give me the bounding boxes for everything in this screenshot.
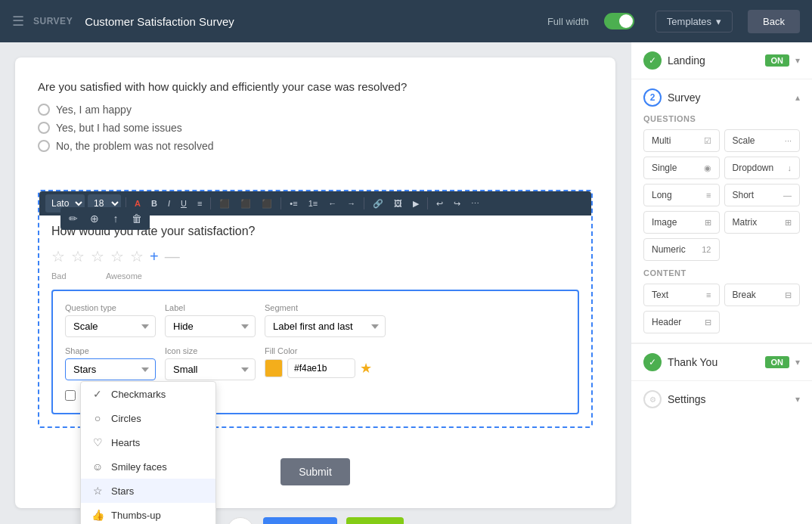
shape-thumbsup[interactable]: 👍 Thumbs-up bbox=[81, 503, 215, 524]
label-select[interactable]: Hide bbox=[165, 315, 256, 337]
bold-btn[interactable]: B bbox=[147, 197, 161, 209]
shape-label: Shape bbox=[65, 346, 156, 355]
questions-header: Questions bbox=[643, 114, 800, 123]
type-multi[interactable]: Multi ☑ bbox=[643, 129, 720, 152]
fullwidth-toggle[interactable] bbox=[604, 13, 634, 29]
type-short[interactable]: Short — bbox=[724, 184, 801, 206]
type-dropdown[interactable]: Dropdown ↓ bbox=[724, 157, 801, 179]
thankyou-chevron-icon[interactable]: ▾ bbox=[795, 357, 800, 367]
question-type-label: Question type bbox=[65, 303, 156, 312]
align-center-btn[interactable]: ⬛ bbox=[237, 197, 255, 210]
shape-smiley[interactable]: ☺ Smiley faces bbox=[81, 454, 215, 479]
num-list-btn[interactable]: 1≡ bbox=[305, 197, 322, 209]
undo-btn[interactable]: ↩ bbox=[432, 197, 447, 210]
type-scale[interactable]: Scale ··· bbox=[724, 129, 801, 152]
content-types-grid: Text ≡ Break ⊟ Header ⊟ bbox=[643, 284, 800, 333]
skip-logic-checkbox[interactable] bbox=[65, 390, 76, 401]
align-right-btn[interactable]: ⬛ bbox=[258, 197, 276, 210]
image-btn[interactable]: 🖼 bbox=[390, 197, 406, 209]
radio-icon bbox=[38, 122, 50, 134]
settings-row: ⚙ Settings ▾ bbox=[631, 381, 812, 417]
submit-button[interactable]: Submit bbox=[280, 458, 350, 485]
star-4[interactable]: ☆ bbox=[110, 247, 124, 265]
remove-star-btn[interactable]: — bbox=[165, 248, 180, 265]
edit-icon[interactable]: ✏ bbox=[65, 210, 82, 227]
templates-button[interactable]: Templates ▾ bbox=[655, 11, 733, 33]
color-hex-input[interactable] bbox=[287, 358, 355, 378]
icon-size-field: Icon size Small bbox=[165, 346, 256, 380]
link-btn[interactable]: 🔗 bbox=[369, 197, 387, 210]
type-single[interactable]: Single ◉ bbox=[643, 157, 720, 179]
type-numeric[interactable]: Numeric 12 bbox=[643, 238, 720, 261]
thankyou-title: Thank You bbox=[668, 356, 759, 368]
page-title: Customer Satisfaction Survey bbox=[85, 15, 234, 28]
color-row: ★ bbox=[265, 358, 372, 378]
question-types-grid: Multi ☑ Scale ··· Single ◉ Dropdown ↓ Lo… bbox=[643, 129, 800, 261]
type-long[interactable]: Long ≡ bbox=[643, 184, 720, 206]
smiley-icon: ☺ bbox=[91, 460, 104, 473]
indent-btn[interactable]: → bbox=[343, 197, 359, 209]
segment-select[interactable]: Label first and last bbox=[265, 315, 386, 337]
more-btn[interactable]: ⋯ bbox=[467, 197, 483, 210]
landing-on-badge: ON bbox=[765, 54, 790, 67]
redo-btn[interactable]: ↪ bbox=[450, 197, 464, 210]
back-button[interactable]: Back bbox=[748, 10, 800, 33]
star-2[interactable]: ☆ bbox=[71, 247, 85, 265]
landing-check-icon: ✓ bbox=[643, 51, 662, 70]
question-text: Are you satisfied with how quickly and e… bbox=[38, 80, 593, 93]
italic-btn[interactable]: I bbox=[164, 197, 174, 209]
outdent-btn[interactable]: ← bbox=[324, 197, 340, 209]
long-icon: ≡ bbox=[706, 191, 711, 200]
star-3[interactable]: ☆ bbox=[91, 247, 104, 265]
preview-button[interactable]: Preview bbox=[263, 517, 337, 524]
content-text[interactable]: Text ≡ bbox=[643, 284, 720, 306]
landing-chevron-icon[interactable]: ▾ bbox=[795, 55, 800, 66]
text-icon: ≡ bbox=[706, 290, 711, 299]
main-layout: Are you satisfied with how quickly and e… bbox=[0, 42, 812, 524]
pencil-icon-btn[interactable]: ✏ bbox=[227, 517, 254, 524]
header-icon: ⊟ bbox=[705, 318, 711, 327]
circle-icon: ○ bbox=[91, 412, 104, 424]
chevron-down-icon: ▾ bbox=[716, 16, 721, 27]
question-type-select[interactable]: Scale bbox=[65, 315, 156, 337]
shape-select[interactable]: Stars bbox=[65, 358, 156, 380]
video-btn[interactable]: ▶ bbox=[409, 197, 423, 210]
color-preview[interactable] bbox=[265, 359, 283, 377]
survey-chevron-icon[interactable]: ▴ bbox=[795, 92, 800, 103]
shape-circles[interactable]: ○ Circles bbox=[81, 406, 215, 430]
shape-hearts[interactable]: ♡ Hearts bbox=[81, 430, 215, 454]
underline-btn[interactable]: U bbox=[177, 197, 191, 209]
image-type-icon: ⊞ bbox=[705, 218, 711, 228]
matrix-icon: ⊞ bbox=[785, 218, 792, 228]
type-matrix[interactable]: Matrix ⊞ bbox=[724, 211, 801, 234]
shape-stars[interactable]: ☆ Stars bbox=[81, 479, 215, 503]
config-row-2: Shape Stars Icon size Small bbox=[65, 346, 566, 380]
star-1[interactable]: ☆ bbox=[51, 247, 65, 265]
star-labels: Bad Awesome bbox=[51, 271, 142, 281]
delete-icon[interactable]: 🗑 bbox=[129, 210, 145, 227]
add-star-btn[interactable]: + bbox=[150, 248, 159, 265]
add-icon[interactable]: ⊕ bbox=[86, 210, 103, 227]
fill-color-field: Fill Color ★ bbox=[265, 346, 372, 380]
content-header[interactable]: Header ⊟ bbox=[643, 311, 720, 333]
type-image[interactable]: Image ⊞ bbox=[643, 211, 720, 234]
break-icon: ⊟ bbox=[785, 290, 792, 300]
option-3: No, the problem was not resolved bbox=[38, 140, 593, 152]
align-left-btn[interactable]: ⬛ bbox=[215, 197, 234, 210]
star-5[interactable]: ☆ bbox=[130, 247, 144, 265]
survey-title: Survey bbox=[668, 91, 789, 104]
shape-checkmarks[interactable]: ✓ Checkmarks bbox=[81, 382, 215, 406]
segment-label: Segment bbox=[265, 303, 386, 312]
radio-icon bbox=[38, 140, 50, 152]
bullet-list-btn[interactable]: •≡ bbox=[286, 197, 301, 209]
settings-chevron-icon[interactable]: ▾ bbox=[795, 394, 800, 405]
shape-field: Shape Stars bbox=[65, 346, 156, 380]
heart-icon: ♡ bbox=[91, 436, 104, 448]
menu-icon: ☰ bbox=[12, 13, 24, 29]
move-up-icon[interactable]: ↑ bbox=[107, 210, 124, 227]
content-break[interactable]: Break ⊟ bbox=[724, 284, 801, 306]
dropdown-icon: ↓ bbox=[788, 163, 792, 172]
icon-size-select[interactable]: Small bbox=[165, 358, 256, 380]
list-indent-btn[interactable]: ≡ bbox=[194, 197, 206, 209]
next-button[interactable]: Next bbox=[346, 517, 404, 524]
